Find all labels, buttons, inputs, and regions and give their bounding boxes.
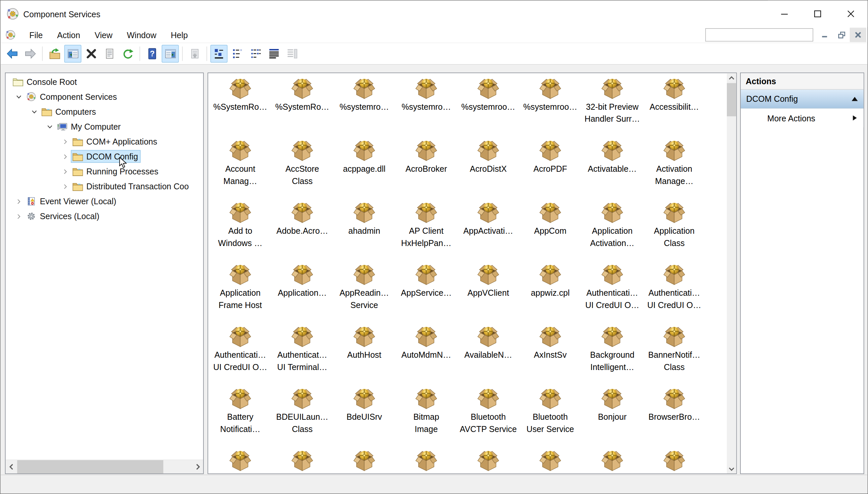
dcom-item[interactable]: AxInstSv — [519, 325, 581, 386]
show-hide-action-pane-button[interactable] — [162, 45, 179, 62]
menu-action[interactable]: Action — [50, 27, 87, 42]
list-vertical-scrollbar[interactable] — [727, 73, 736, 473]
menu-help[interactable]: Help — [164, 27, 195, 42]
scrollbar-thumb[interactable] — [727, 83, 736, 116]
dcom-item[interactable] — [395, 449, 457, 473]
tree-item-services-local[interactable]: Services (Local) — [6, 209, 203, 224]
back-button[interactable] — [3, 45, 21, 62]
close-button[interactable] — [834, 1, 867, 27]
dcom-item[interactable]: Activatable… — [581, 138, 643, 201]
scroll-left-button[interactable] — [6, 460, 17, 473]
dcom-item[interactable]: Background Intelligent… — [581, 325, 643, 386]
properties-button[interactable] — [101, 45, 118, 62]
dcom-item[interactable]: Application Class — [643, 201, 705, 263]
minimize-button[interactable] — [768, 1, 801, 27]
dcom-item[interactable]: AppService… — [395, 263, 457, 325]
tree-expander[interactable] — [13, 212, 24, 220]
dcom-item[interactable]: AppActivati… — [457, 201, 519, 263]
dcom-item[interactable]: %systemroo… — [457, 77, 519, 138]
dcom-item[interactable]: Account Manag… — [209, 138, 271, 201]
dcom-item[interactable]: AcroBroker — [395, 138, 457, 201]
dcom-item[interactable]: Accessibilit… — [643, 77, 705, 138]
dcom-item[interactable]: Bluetooth AVCTP Service — [457, 386, 519, 449]
dcom-item[interactable] — [333, 449, 395, 473]
dcom-item[interactable]: Authenticati… UI CredUI O… — [581, 263, 643, 325]
dcom-item[interactable]: AutoMdmN… — [395, 325, 457, 386]
list-view-button[interactable] — [247, 45, 264, 62]
dcom-item[interactable]: Bitmap Image — [395, 386, 457, 449]
dcom-item[interactable] — [209, 449, 271, 473]
tree-item-event-viewer-local[interactable]: Event Viewer (Local) — [6, 194, 203, 209]
dcom-item[interactable]: BDEUILaun… Class — [271, 386, 333, 449]
collapse-arrow-icon[interactable] — [851, 96, 858, 102]
extended-view-button[interactable] — [283, 45, 301, 62]
tree-item-distributed-transaction-coo[interactable]: Distributed Transaction Coo — [6, 179, 203, 194]
dcom-item[interactable]: Authenticati… UI CredUI O… — [643, 263, 705, 325]
tree-expander[interactable] — [60, 182, 71, 190]
dcom-item[interactable]: AuthHost — [333, 325, 395, 386]
tree-item-com-applications[interactable]: COM+ Applications — [6, 134, 203, 149]
dcom-item[interactable]: AppCom — [519, 201, 581, 263]
child-close-button[interactable] — [850, 28, 866, 42]
dcom-item[interactable]: acppage.dll — [333, 138, 395, 201]
dcom-item[interactable] — [457, 449, 519, 473]
tree-expander[interactable] — [60, 138, 71, 145]
dcom-item[interactable]: 32-bit Preview Handler Surr… — [581, 77, 643, 138]
dcom-item[interactable]: AccStore Class — [271, 138, 333, 201]
dcom-item[interactable]: ahadmin — [333, 201, 395, 263]
dcom-item[interactable]: Bluetooth User Service — [519, 386, 581, 449]
tree-item-component-services[interactable]: Component Services — [6, 89, 203, 104]
scroll-right-button[interactable] — [192, 460, 203, 473]
tree-item-my-computer[interactable]: My Computer — [6, 119, 203, 134]
dcom-item[interactable]: %systemro… — [395, 77, 457, 138]
tree-item-running-processes[interactable]: Running Processes — [6, 164, 203, 179]
tree-expander[interactable] — [13, 197, 24, 205]
tree-item-console-root[interactable]: Console Root — [6, 74, 203, 89]
details-view-button[interactable] — [265, 45, 282, 62]
maximize-button[interactable] — [801, 1, 834, 27]
tree-horizontal-scrollbar[interactable] — [6, 459, 203, 473]
dcom-item[interactable]: appwiz.cpl — [519, 263, 581, 325]
tree-expander[interactable] — [60, 167, 71, 175]
dcom-item[interactable]: Application Activation… — [581, 201, 643, 263]
dcom-item[interactable]: Add to Windows … — [209, 201, 271, 263]
dcom-item[interactable]: %SystemRo… — [271, 77, 333, 138]
child-minimize-button[interactable] — [816, 28, 833, 42]
scrollbar-thumb[interactable] — [17, 460, 163, 473]
tree-item-computers[interactable]: Computers — [6, 104, 203, 119]
dcom-item[interactable] — [581, 449, 643, 473]
dcom-item[interactable] — [519, 449, 581, 473]
menu-window[interactable]: Window — [120, 27, 164, 42]
tree-expander[interactable] — [29, 108, 40, 115]
icon-view-button[interactable] — [211, 45, 228, 62]
scroll-up-button[interactable] — [727, 73, 736, 82]
dcom-item[interactable]: BrowserBro… — [643, 386, 705, 449]
up-one-level-button[interactable] — [46, 45, 63, 62]
tree-expander[interactable] — [60, 153, 71, 160]
dcom-item[interactable]: BannerNotif… Class — [643, 325, 705, 386]
dcom-item[interactable]: Battery Notificati… — [209, 386, 271, 449]
dcom-item[interactable] — [271, 449, 333, 473]
tree-item-dcom-config[interactable]: DCOM Config — [6, 149, 203, 164]
dcom-item[interactable]: Application Frame Host — [209, 263, 271, 325]
menu-file[interactable]: File — [22, 27, 50, 42]
dcom-item[interactable]: AcroDistX — [457, 138, 519, 201]
dcom-item[interactable]: BdeUISrv — [333, 386, 395, 449]
dcom-item[interactable] — [643, 449, 705, 473]
dcom-item[interactable]: Adobe.Acro… — [271, 201, 333, 263]
delete-button[interactable] — [82, 45, 100, 62]
dcom-item[interactable]: Bonjour — [581, 386, 643, 449]
dcom-item[interactable]: Authenticati… UI CredUI O… — [209, 325, 271, 386]
dcom-item[interactable]: AvailableN… — [457, 325, 519, 386]
menu-view[interactable]: View — [87, 27, 120, 42]
show-hide-console-tree-button[interactable] — [64, 45, 81, 62]
dcom-item[interactable]: %SystemRo… — [209, 77, 271, 138]
export-list-button[interactable] — [186, 45, 203, 62]
more-actions-item[interactable]: More Actions — [741, 109, 864, 127]
dcom-item[interactable]: %systemroo… — [519, 77, 581, 138]
actions-group-dcom-config[interactable]: DCOM Config — [741, 90, 864, 109]
help-button[interactable]: ? — [143, 45, 161, 62]
forward-button[interactable] — [22, 45, 39, 62]
dcom-item[interactable]: AP Client HxHelpPan… — [395, 201, 457, 263]
small-icons-view-button[interactable] — [229, 45, 246, 62]
